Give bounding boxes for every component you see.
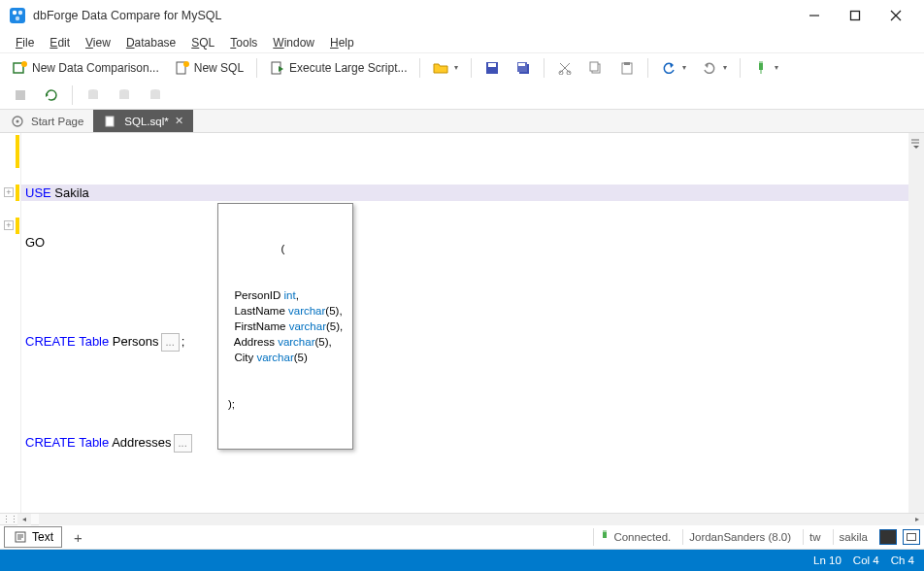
new-sql-icon (175, 60, 190, 76)
svg-point-1 (13, 10, 16, 14)
database-icon (85, 87, 101, 103)
new-data-comparison-button[interactable]: New Data Comparison... (6, 56, 166, 80)
splitter-grip-icon: ⋮⋮ (2, 515, 17, 524)
db-button-1[interactable] (79, 84, 108, 107)
menu-help[interactable]: Help (322, 34, 362, 51)
fold-toggle[interactable]: + (4, 220, 14, 230)
execute-script-icon (270, 60, 285, 76)
code-editor[interactable]: USE Sakila GO CREATE Table Persons...; C… (21, 133, 924, 513)
tab-sql-file[interactable]: SQL.sql* ✕ (93, 110, 192, 132)
maximize-button[interactable] (835, 2, 875, 29)
toolbar-separator (544, 58, 544, 78)
collapsed-region[interactable]: ... (161, 333, 180, 352)
redo-icon (702, 60, 717, 76)
toolbar-separator (256, 58, 257, 78)
save-all-button[interactable] (509, 56, 538, 80)
tab-label: SQL.sql* (124, 116, 168, 127)
svg-rect-15 (488, 63, 496, 67)
chevron-down-icon: ▾ (775, 63, 778, 72)
hover-tooltip: ( PersonID int, LastName varchar(5), Fir… (217, 203, 353, 450)
redo-button[interactable]: ▾ (695, 56, 734, 80)
execute-large-script-button[interactable]: Execute Large Script... (263, 56, 413, 80)
status-line: Ln 10 (813, 554, 842, 566)
paste-icon (619, 60, 635, 76)
chevron-down-icon: ▾ (723, 63, 727, 72)
chevron-down-icon: ▾ (682, 63, 686, 72)
copy-icon (588, 60, 604, 76)
svg-rect-26 (624, 62, 630, 65)
menu-file[interactable]: File (8, 34, 42, 51)
svg-rect-18 (518, 63, 525, 66)
editor: + + USE Sakila GO CREATE Table Persons..… (0, 132, 924, 513)
new-comparison-icon (13, 60, 28, 76)
undo-icon (661, 60, 676, 76)
svg-point-9 (21, 61, 27, 67)
menu-database[interactable]: Database (118, 34, 183, 51)
undo-button[interactable]: ▾ (654, 56, 693, 80)
new-data-comparison-label: New Data Comparison... (32, 61, 159, 75)
svg-rect-5 (851, 11, 860, 19)
menu-edit[interactable]: Edit (42, 34, 78, 51)
refresh-button[interactable] (37, 84, 66, 107)
options-dropdown[interactable] (910, 135, 922, 152)
new-sql-label: New SQL (194, 61, 244, 75)
svg-rect-36 (88, 91, 98, 99)
cut-icon (557, 60, 573, 76)
save-button[interactable] (478, 56, 507, 80)
database-icon (116, 87, 132, 103)
menu-bar: File Edit View Database SQL Tools Window… (0, 31, 924, 52)
status-ch: Ch 4 (891, 554, 914, 566)
svg-rect-29 (759, 63, 763, 70)
tab-label: Start Page (31, 116, 83, 127)
toolbar-separator (471, 58, 472, 78)
svg-marker-46 (913, 146, 919, 149)
fold-toggle[interactable]: + (4, 187, 14, 197)
folder-open-icon (433, 60, 448, 76)
stop-icon (13, 87, 28, 103)
refresh-icon (44, 87, 59, 103)
status-col: Col 4 (853, 554, 879, 566)
svg-rect-0 (10, 8, 25, 23)
menu-tools[interactable]: Tools (222, 34, 265, 51)
status-bar: Ln 10 Col 4 Ch 4 (0, 550, 924, 571)
menu-sql[interactable]: SQL (183, 34, 222, 51)
change-marker (16, 185, 19, 201)
home-icon (10, 114, 25, 129)
toolbar-separator (419, 58, 420, 78)
open-button[interactable]: ▾ (426, 56, 465, 80)
db-button-2[interactable] (110, 84, 139, 107)
title-bar: dbForge Data Compare for MySQL (0, 0, 924, 31)
paste-button[interactable] (612, 56, 642, 80)
copy-button[interactable] (581, 56, 610, 80)
svg-rect-38 (119, 91, 129, 99)
svg-rect-40 (150, 91, 160, 99)
close-button[interactable] (875, 2, 916, 29)
plug-icon (753, 60, 769, 76)
cut-button[interactable] (550, 56, 579, 80)
collapsed-region[interactable]: ... (174, 434, 192, 453)
document-tabs: Start Page SQL.sql* ✕ (0, 109, 924, 132)
svg-point-2 (18, 10, 22, 14)
secondary-toolbar (0, 82, 924, 109)
close-tab-button[interactable]: ✕ (175, 115, 183, 127)
window-title: dbForge Data Compare for MySQL (33, 9, 794, 22)
chevron-down-icon: ▾ (454, 63, 458, 72)
tab-start-page[interactable]: Start Page (0, 110, 93, 132)
menu-view[interactable]: View (78, 34, 118, 51)
menu-window[interactable]: Window (265, 34, 322, 51)
db-button-3[interactable] (141, 84, 170, 107)
app-icon (8, 6, 27, 25)
change-marker (16, 135, 19, 168)
minimize-button[interactable] (794, 2, 835, 29)
svg-point-11 (183, 61, 189, 67)
new-sql-button[interactable]: New SQL (168, 56, 250, 80)
toolbar-separator (740, 58, 741, 78)
svg-point-3 (16, 16, 19, 19)
stop-button[interactable] (6, 84, 35, 107)
sql-file-icon (103, 114, 118, 129)
toolbar-separator (72, 85, 73, 105)
connect-button[interactable]: ▾ (746, 56, 785, 80)
save-all-icon (515, 60, 531, 76)
main-toolbar: New Data Comparison... New SQL Execute L… (0, 52, 924, 82)
svg-rect-43 (106, 117, 114, 126)
